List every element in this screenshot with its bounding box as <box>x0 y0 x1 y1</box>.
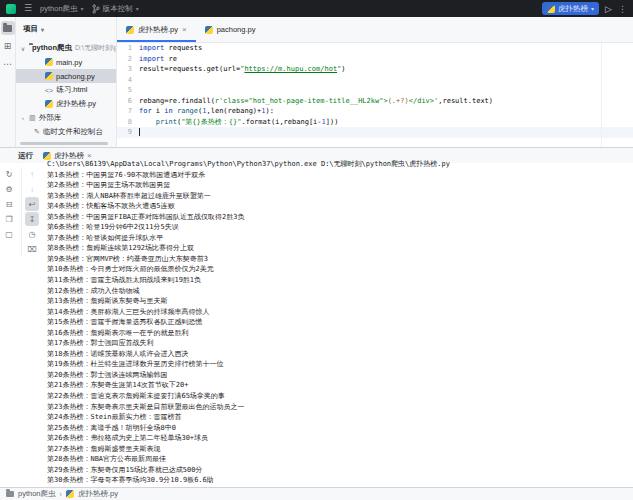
code-line: 1import requests <box>117 43 633 54</box>
vcs-widget[interactable]: 版本控制 ▾ <box>92 4 139 14</box>
console-output[interactable]: C:\Users\86139\AppData\Local\Programs\Py… <box>47 159 629 487</box>
token-kw: for <box>139 107 152 115</box>
close-icon[interactable]: × <box>182 25 187 34</box>
console-line: 第3条热榜：湖人NBA杯赛胜率超过雄鹿升至联盟第一 <box>47 191 629 202</box>
python-file-icon <box>547 5 555 13</box>
up-stack-trace-button[interactable]: ↑ <box>25 167 39 181</box>
chevron-down-icon: ▾ <box>136 5 139 12</box>
console-line: 第24条热榜：Stein最新实力榜：雷霆榜首 <box>47 412 629 423</box>
tree-item-hupu-py[interactable]: 虎扑热榜.py <box>16 97 116 111</box>
tree-item-label: main.py <box>56 58 82 67</box>
token-plain: ): <box>266 107 274 115</box>
python-file-icon <box>45 72 53 80</box>
settings-button[interactable]: ⚙ <box>2 182 16 196</box>
tab-pachong[interactable]: pachong.py <box>196 17 265 42</box>
horizontal-scrollbar[interactable] <box>20 142 108 145</box>
code-line: 7for i in range(1,len(rebang)+1): <box>117 106 633 117</box>
token-str: r'class="hot_hot-page-item-title__HL2kw"… <box>215 97 388 105</box>
python-file-icon <box>66 490 74 498</box>
breadcrumb-project[interactable]: python爬虫 <box>18 489 56 499</box>
console-line: 第21条热榜：东契奇生涯第14次首节砍下20+ <box>47 380 629 391</box>
console-line: 第12条热榜：成功入住动物城 <box>47 286 629 297</box>
more-tools-button[interactable]: ⋯ <box>1 57 15 71</box>
code-line: 8 print("第{}条热榜：{}".format(i,rebang[i-1]… <box>117 117 633 128</box>
token-str: </div>' <box>409 97 439 105</box>
console-line: 第26条热榜：弗拉格成为史上第二年轻单场30+球员 <box>47 433 629 444</box>
project-widget[interactable]: python爬虫 ▾ <box>40 4 84 14</box>
tree-item-label: pachong.py <box>56 72 95 81</box>
tree-item-scratches[interactable]: ✎临时文件和控制台 <box>16 125 116 139</box>
run-button[interactable]: ▷ <box>605 4 612 14</box>
line-number: 7 <box>117 106 139 117</box>
down-stack-trace-button[interactable]: ↓ <box>25 182 39 196</box>
tab-hupu-rebang[interactable]: 虎扑热榜.py × <box>117 17 196 42</box>
tree-item-lianxi-html[interactable]: <>练习.html <box>16 83 116 97</box>
folder-icon <box>6 491 14 497</box>
code-line: 5 <box>117 85 633 96</box>
run-configuration-selector[interactable]: 虎扑热榜 ▾ <box>542 2 599 15</box>
stripe-top-group: ⊞⋯ <box>0 21 15 71</box>
python-file-icon <box>45 100 53 108</box>
code-text: import requests <box>139 43 202 54</box>
console-line: 第6条热榜：哈登19分钟6中2仅11分5失误 <box>47 222 629 233</box>
token-kw: import <box>139 44 164 52</box>
token-plain: result=requests.get(url= <box>139 65 240 73</box>
console-line: 第11条热榜：雷霆主场战胜太阳战绩来到19胜1负 <box>47 275 629 286</box>
editor-area: 虎扑热榜.py × pachong.py 1import requests2im… <box>116 17 633 147</box>
tree-item-label: python爬虫 <box>32 43 72 53</box>
python-file-icon <box>45 58 53 66</box>
caret <box>139 128 140 136</box>
tree-item-path: D:\无聊时刻\py <box>75 43 116 53</box>
project-tool-button[interactable] <box>1 21 15 35</box>
console-line: 第7条热榜：哈登谈如何提升球队水平 <box>47 233 629 244</box>
line-number: 6 <box>117 96 139 107</box>
code-text: for i in range(1,len(rebang)+1): <box>139 106 274 117</box>
line-number: 3 <box>117 64 139 75</box>
clear-all-button[interactable]: ⌧ <box>25 242 39 256</box>
project-panel-header[interactable]: 项目 ▾ <box>16 17 116 41</box>
tree-item-external-libs[interactable]: ›▥外部库 <box>16 111 116 125</box>
run-panel-title[interactable]: 运行 <box>18 151 33 161</box>
scroll-to-end-toggle[interactable]: ↧ <box>25 212 39 226</box>
layout-button[interactable]: ❐ <box>2 212 16 226</box>
detach-button[interactable]: ▢ <box>2 227 16 241</box>
code-line: 9 <box>117 127 633 138</box>
tab-label: 虎扑热榜.py <box>138 25 178 35</box>
main-menu-icon[interactable]: ☰ <box>24 0 32 17</box>
structure-tool-button[interactable]: ⊞ <box>1 39 15 53</box>
editor-tab-bar: 虎扑热榜.py × pachong.py <box>117 17 633 43</box>
code-line: 4 <box>117 75 633 86</box>
tree-item-pachong-py[interactable]: pachong.py <box>16 69 116 83</box>
external-libraries-icon: ▥ <box>29 114 36 122</box>
python-file-icon <box>126 26 134 34</box>
branch-icon <box>92 4 100 14</box>
more-actions-icon[interactable]: ⋮ <box>618 4 627 14</box>
code-editor[interactable]: 1import requests2import re3result=reques… <box>117 43 633 147</box>
token-fn: print <box>156 118 177 126</box>
run-tool-window: 运行 虎扑热榜 × ↻⚙⊟❐▢ ↑↓↩↧◷⌧ C:\Users\86139\Ap… <box>0 147 633 487</box>
token-plain <box>139 118 156 126</box>
history-button[interactable]: ◷ <box>25 227 39 241</box>
line-number: 5 <box>117 85 139 96</box>
token-plain: ])) <box>326 118 339 126</box>
run-configuration-label: 虎扑热榜 <box>558 4 588 14</box>
token-plain: ) <box>341 65 345 73</box>
line-number: 4 <box>117 75 139 86</box>
tree-item-main-py[interactable]: main.py <box>16 55 116 69</box>
pin-button[interactable]: ⊟ <box>2 197 16 211</box>
project-panel: 项目 ▾ ∨python爬虫D:\无聊时刻\pymain.pypachong.p… <box>16 17 116 147</box>
folder-icon <box>3 25 12 32</box>
breadcrumb-file[interactable]: 虎扑热榜.py <box>78 489 118 499</box>
tree-item-project-root[interactable]: ∨python爬虫D:\无聊时刻\py <box>16 41 116 55</box>
token-lnk: https://m.hupu.com/hot <box>244 65 337 73</box>
token-plain: ,result.text) <box>438 97 493 105</box>
editor-right-guide <box>601 43 602 147</box>
token-plain: re <box>164 55 177 63</box>
pycharm-window: ☰ python爬虫 ▾ 版本控制 ▾ 虎扑热榜 ▾ ▷ ⋮ <box>0 0 633 500</box>
console-line: 第13条热榜：詹姆斯谈东契奇与里夫斯 <box>47 296 629 307</box>
line-number: 1 <box>117 43 139 54</box>
status-bar: python爬虫 › 虎扑热榜.py <box>0 487 633 500</box>
tab-label: pachong.py <box>217 25 256 34</box>
soft-wrap-toggle[interactable]: ↩ <box>25 197 39 211</box>
rerun-button[interactable]: ↻ <box>2 167 16 181</box>
